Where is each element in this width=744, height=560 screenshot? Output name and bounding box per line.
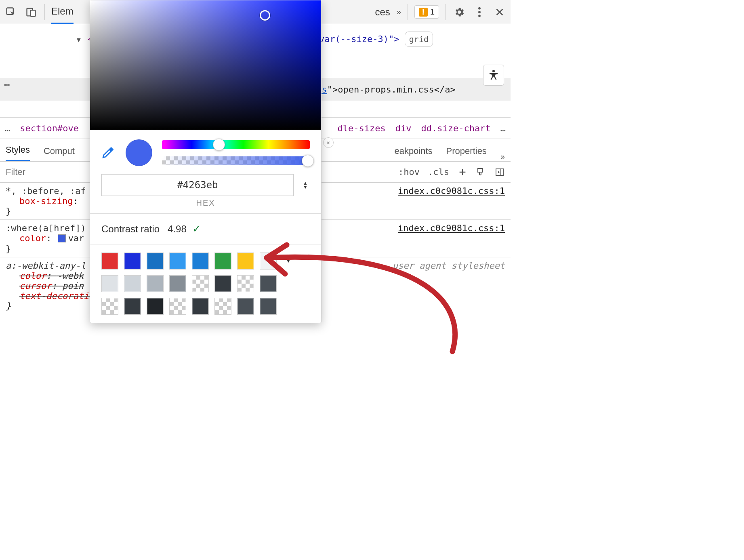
palette-swatch[interactable] bbox=[214, 275, 231, 292]
palette-swatch[interactable] bbox=[147, 298, 164, 315]
palette-swatch[interactable] bbox=[260, 298, 277, 315]
palette-swatch[interactable] bbox=[169, 275, 186, 292]
device-toggle-icon[interactable] bbox=[24, 5, 38, 19]
contrast-ratio-label: Contrast ratio bbox=[101, 223, 160, 235]
close-icon[interactable] bbox=[493, 5, 507, 19]
css-selector: *, :before, :af bbox=[6, 186, 86, 196]
css-selector: a:-webkit-any-l bbox=[6, 261, 86, 271]
palette-swatch[interactable] bbox=[260, 275, 277, 292]
svg-rect-7 bbox=[478, 168, 483, 172]
css-source-link[interactable]: index.c0c9081c.css:1 bbox=[398, 223, 505, 233]
subtab-properties[interactable]: Properties bbox=[446, 146, 487, 161]
css-value-fragment[interactable]: var bbox=[68, 233, 84, 243]
breadcrumb-item[interactable]: dle-sizes bbox=[338, 123, 386, 133]
eyedropper-icon[interactable] bbox=[101, 145, 116, 160]
css-source-link[interactable]: index.c0c9081c.css:1 bbox=[398, 186, 505, 196]
color-format-stepper[interactable]: ▲ ▼ bbox=[301, 181, 310, 189]
kebab-menu-icon[interactable] bbox=[473, 5, 486, 19]
cls-toggle[interactable]: .cls bbox=[428, 167, 449, 177]
stepper-down-icon: ▼ bbox=[303, 185, 308, 189]
css-property-name: color bbox=[19, 271, 46, 281]
toolbar-separator bbox=[408, 4, 408, 20]
hue-slider-handle[interactable] bbox=[213, 139, 225, 151]
palette-swatch[interactable] bbox=[192, 253, 209, 269]
close-pill-icon[interactable]: ✕ bbox=[323, 137, 334, 148]
palette-swatch[interactable] bbox=[214, 253, 231, 269]
breadcrumb-item[interactable]: div bbox=[395, 123, 412, 133]
color-swatch[interactable] bbox=[58, 234, 66, 242]
tab-elements[interactable]: Elem bbox=[51, 6, 74, 24]
palette-swatch[interactable] bbox=[237, 275, 254, 292]
hover-toggle[interactable]: :hov bbox=[398, 167, 420, 177]
breadcrumb-ellipsis[interactable]: … bbox=[500, 123, 506, 133]
palette-stepper[interactable]: ▲ ▼ bbox=[284, 255, 293, 263]
palette-swatch[interactable] bbox=[124, 275, 141, 292]
hex-label: HEX bbox=[90, 198, 321, 213]
palette-swatch[interactable] bbox=[214, 298, 231, 315]
hue-slider[interactable] bbox=[162, 140, 310, 149]
css-property-name[interactable]: box-sizing bbox=[19, 196, 73, 206]
more-tabs-chevron-icon[interactable]: » bbox=[397, 7, 401, 17]
subtab-breakpoints[interactable]: eakpoints bbox=[394, 146, 432, 161]
dom-text: ">open-props.min.css</a> bbox=[327, 84, 456, 95]
breadcrumb-item[interactable]: dd.size-chart bbox=[421, 123, 491, 133]
saturation-value-field[interactable] bbox=[90, 0, 321, 130]
palette-swatch[interactable] bbox=[124, 298, 141, 315]
svg-point-6 bbox=[492, 70, 495, 72]
palette-swatch[interactable] bbox=[237, 253, 254, 269]
palette-swatch[interactable] bbox=[101, 275, 118, 292]
tab-sources-partial[interactable]: ces bbox=[375, 6, 390, 18]
hex-input[interactable] bbox=[101, 174, 294, 196]
palette-swatch[interactable] bbox=[124, 253, 141, 269]
svg-point-4 bbox=[478, 11, 481, 13]
svg-point-3 bbox=[478, 7, 481, 9]
palette-swatch[interactable] bbox=[192, 298, 209, 315]
css-property-name: cursor bbox=[19, 281, 51, 291]
alpha-slider[interactable] bbox=[162, 156, 310, 165]
grid-badge[interactable]: grid bbox=[405, 32, 433, 47]
paint-brush-icon[interactable] bbox=[476, 167, 486, 177]
svg-rect-2 bbox=[31, 10, 36, 16]
css-value-fragment: -webk bbox=[57, 271, 84, 281]
dom-ellipsis[interactable]: … bbox=[4, 77, 10, 88]
palette-swatch[interactable] bbox=[260, 253, 277, 269]
issues-count: 1 bbox=[430, 7, 435, 17]
subtab-styles[interactable]: Styles bbox=[6, 145, 30, 161]
inspect-icon[interactable] bbox=[4, 5, 18, 19]
palette-swatch[interactable] bbox=[101, 253, 118, 269]
warning-icon: ! bbox=[419, 8, 428, 17]
palette-swatch[interactable] bbox=[147, 275, 164, 292]
alpha-slider-handle[interactable] bbox=[302, 155, 314, 167]
toolbar-separator bbox=[446, 4, 446, 20]
issues-badge[interactable]: ! 1 bbox=[414, 5, 439, 19]
css-property-name: text-decoration bbox=[19, 291, 100, 301]
disclosure-triangle-icon[interactable]: ▼ bbox=[77, 36, 81, 44]
more-subtabs-chevron-icon[interactable]: » bbox=[500, 152, 505, 161]
palette-swatch[interactable] bbox=[192, 275, 209, 292]
palette-swatch[interactable] bbox=[147, 253, 164, 269]
palette-swatch[interactable] bbox=[169, 253, 186, 269]
dom-attr-fragment: var(--size-3)"> bbox=[319, 34, 399, 44]
settings-gear-icon[interactable] bbox=[452, 5, 466, 19]
css-value-fragment: poin bbox=[62, 281, 84, 291]
breadcrumb-ellipsis[interactable]: … bbox=[5, 123, 10, 133]
current-color-swatch bbox=[126, 139, 152, 166]
contrast-ratio-row[interactable]: Contrast ratio 4.98 ✓ bbox=[90, 213, 321, 244]
toolbar-separator bbox=[44, 4, 45, 20]
palette-swatch[interactable] bbox=[101, 298, 118, 315]
accessibility-icon[interactable] bbox=[483, 65, 504, 86]
color-palette: ▲ ▼ bbox=[90, 244, 321, 323]
css-selector: :where(a[href]) bbox=[6, 223, 86, 233]
palette-swatch[interactable] bbox=[237, 298, 254, 315]
toggle-sidebar-icon[interactable] bbox=[494, 167, 505, 177]
subtab-computed[interactable]: Comput bbox=[44, 146, 75, 161]
contrast-ratio-value: 4.98 bbox=[168, 223, 187, 235]
color-picker-popover: ▲ ▼ HEX Contrast ratio 4.98 ✓ ▲ ▼ bbox=[90, 0, 322, 323]
stepper-down-icon: ▼ bbox=[286, 259, 291, 263]
css-property-name[interactable]: color bbox=[19, 233, 46, 243]
palette-swatch[interactable] bbox=[169, 298, 186, 315]
new-rule-plus-icon[interactable] bbox=[457, 167, 468, 177]
breadcrumb-item[interactable]: section#ove bbox=[20, 123, 79, 133]
sv-handle[interactable] bbox=[260, 10, 270, 21]
check-icon: ✓ bbox=[192, 223, 201, 235]
